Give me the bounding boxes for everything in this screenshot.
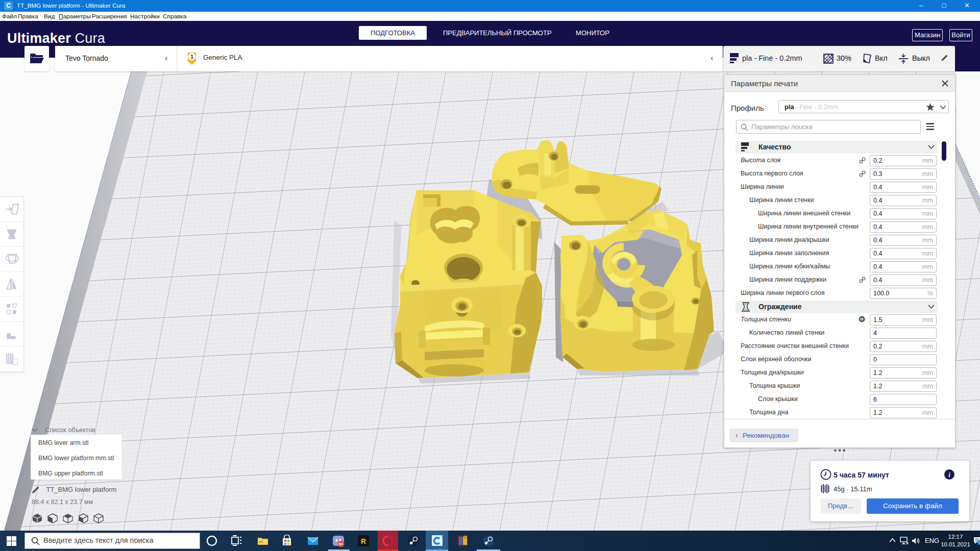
svg-text:R: R xyxy=(361,537,366,545)
svg-text:1: 1 xyxy=(190,54,193,60)
svg-text:fx: fx xyxy=(860,317,864,321)
svg-text:9+: 9+ xyxy=(339,542,344,546)
svg-text:i: i xyxy=(948,471,950,479)
